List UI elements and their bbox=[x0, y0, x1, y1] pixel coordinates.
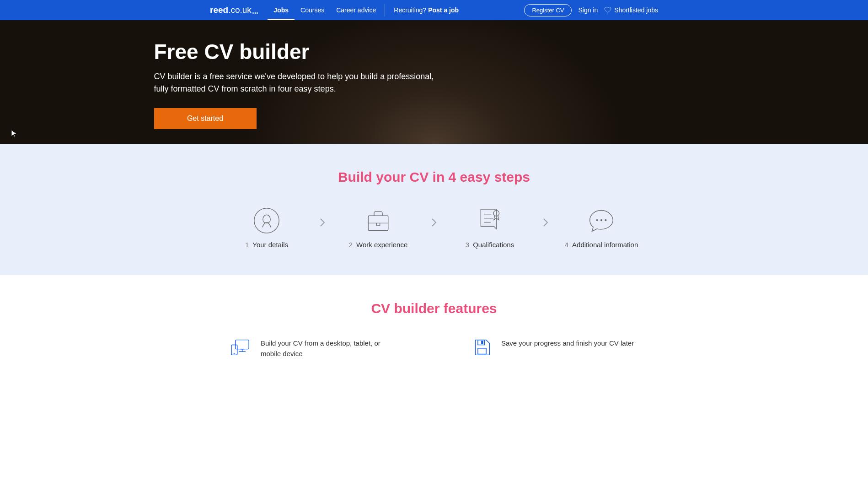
svg-rect-16 bbox=[481, 341, 483, 344]
heart-icon bbox=[604, 6, 611, 15]
svg-point-6 bbox=[596, 220, 598, 221]
step-work-experience: 2Work experience bbox=[326, 207, 431, 249]
step-qualifications: 3Qualifications bbox=[437, 207, 542, 249]
step-2-num: 2 bbox=[349, 241, 353, 249]
feature-2-text: Save your progress and finish your CV la… bbox=[501, 338, 634, 349]
hero-section: Free CV builder CV builder is a free ser… bbox=[0, 20, 868, 144]
devices-icon bbox=[230, 338, 251, 358]
shortlisted-jobs-link[interactable]: Shortlisted jobs bbox=[604, 6, 658, 15]
step-1-label: Your details bbox=[252, 241, 288, 249]
site-logo[interactable]: reed.co.uk••• bbox=[210, 0, 268, 20]
svg-point-7 bbox=[601, 220, 602, 221]
nav-recruiting-bold: Post a job bbox=[428, 6, 459, 14]
top-navbar: reed.co.uk••• Jobs Courses Career advice… bbox=[0, 0, 868, 20]
step-additional-info: 4Additional information bbox=[549, 207, 654, 249]
get-started-button[interactable]: Get started bbox=[154, 108, 257, 129]
sign-in-label: Sign in bbox=[578, 6, 598, 14]
logo-dots-icon: ••• bbox=[252, 11, 259, 16]
sign-in-link[interactable]: Sign in bbox=[578, 6, 598, 14]
features-section: CV builder features Build your CV from a… bbox=[0, 275, 868, 385]
nav-career-advice[interactable]: Career advice bbox=[330, 0, 382, 20]
step-4-num: 4 bbox=[565, 241, 568, 249]
step-3-num: 3 bbox=[466, 241, 469, 249]
step-3-label: Qualifications bbox=[473, 241, 514, 249]
svg-point-8 bbox=[605, 220, 606, 221]
certificate-icon bbox=[478, 207, 501, 234]
hero-subtitle: CV builder is a free service we've devel… bbox=[154, 70, 447, 95]
logo-bold: reed bbox=[210, 5, 228, 15]
feature-1-text: Build your CV from a desktop, tablet, or… bbox=[261, 338, 395, 359]
nav-courses[interactable]: Courses bbox=[295, 0, 330, 20]
nav-post-a-job[interactable]: Recruiting? Post a job bbox=[388, 0, 465, 20]
logo-light: .co.uk bbox=[228, 5, 252, 15]
svg-point-0 bbox=[254, 208, 279, 233]
step-4-label: Additional information bbox=[572, 241, 638, 249]
hero-title: Free CV builder bbox=[154, 39, 714, 64]
step-your-details: 1Your details bbox=[214, 207, 319, 249]
floppy-disk-icon bbox=[473, 338, 491, 358]
step-2-label: Work experience bbox=[356, 241, 407, 249]
chevron-right-icon bbox=[431, 217, 437, 238]
feature-multi-device: Build your CV from a desktop, tablet, or… bbox=[230, 338, 395, 359]
steps-title: Build your CV in 4 easy steps bbox=[154, 169, 714, 185]
step-1-num: 1 bbox=[245, 241, 249, 249]
person-icon bbox=[253, 207, 280, 234]
chevron-right-icon bbox=[319, 217, 326, 238]
nav-jobs[interactable]: Jobs bbox=[268, 0, 295, 20]
nav-recruiting-prefix: Recruiting? bbox=[394, 6, 426, 14]
speech-bubble-icon bbox=[588, 207, 615, 234]
nav-career-advice-label: Career advice bbox=[336, 6, 376, 14]
steps-section: Build your CV in 4 easy steps 1Your deta… bbox=[0, 144, 868, 275]
register-cv-label: Register CV bbox=[532, 7, 564, 14]
nav-jobs-label: Jobs bbox=[273, 6, 289, 14]
svg-rect-17 bbox=[478, 348, 486, 354]
nav-divider bbox=[385, 4, 385, 16]
nav-courses-label: Courses bbox=[300, 6, 324, 14]
feature-save-progress: Save your progress and finish your CV la… bbox=[473, 338, 638, 359]
get-started-label: Get started bbox=[187, 114, 223, 122]
shortlisted-label: Shortlisted jobs bbox=[614, 6, 658, 14]
briefcase-icon bbox=[365, 207, 391, 234]
chevron-right-icon bbox=[542, 217, 549, 238]
features-title: CV builder features bbox=[154, 301, 714, 316]
register-cv-button[interactable]: Register CV bbox=[524, 4, 572, 16]
